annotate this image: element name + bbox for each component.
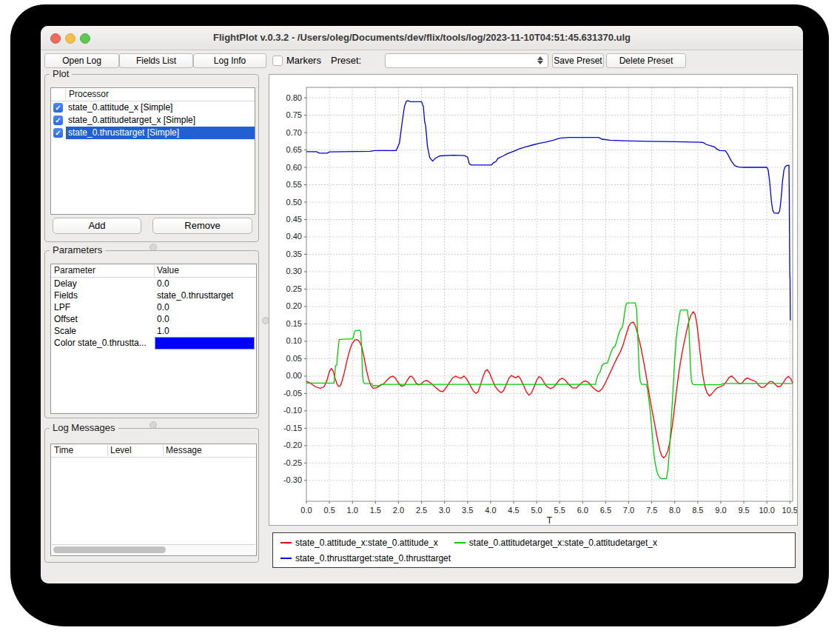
svg-text:0.40: 0.40 [286, 232, 302, 241]
svg-text:-0.25: -0.25 [283, 458, 302, 467]
svg-text:0.0: 0.0 [300, 506, 312, 515]
close-button[interactable] [50, 33, 61, 44]
field-label: state_0.attitudetarget_x [Simple] [66, 114, 255, 127]
svg-text:-0.20: -0.20 [283, 441, 302, 449]
flightplot-window: FlightPlot v.0.3.2 - /Users/oleg/Documen… [41, 26, 803, 583]
parameter-row[interactable]: Offset0.0 [51, 313, 256, 325]
svg-text:0.25: 0.25 [286, 284, 302, 293]
plot-panel-title: Plot [50, 68, 72, 79]
parameter-value: 0.0 [157, 301, 255, 313]
zoom-button[interactable] [80, 33, 90, 44]
parameter-name: Color state_0.thrustta... [54, 337, 147, 349]
scrollbar-thumb[interactable] [53, 546, 166, 553]
log-messages-table[interactable]: Time Level Message [50, 444, 257, 556]
parameter-row[interactable]: Delay0.0 [51, 278, 256, 290]
minimize-button[interactable] [65, 33, 75, 44]
level-column-header: Level [110, 444, 132, 457]
chart-legend: state_0.attitude_x:state_0.attitude_xsta… [272, 532, 796, 568]
window-title: FlightPlot v.0.3.2 - /Users/oleg/Documen… [100, 26, 744, 50]
parameter-column-header: Parameter [54, 264, 95, 277]
log-messages-panel: Log Messages Time Level Message [44, 428, 259, 563]
combobox-stepper-icon[interactable] [537, 56, 545, 66]
legend-label: state_0.attitudetarget_x:state_0.attitud… [469, 538, 657, 548]
field-checkbox[interactable]: ✓ [53, 103, 63, 113]
svg-text:-0.15: -0.15 [283, 424, 302, 432]
svg-text:10.0: 10.0 [759, 506, 774, 515]
svg-text:0.45: 0.45 [286, 215, 302, 224]
svg-text:-0.30: -0.30 [283, 475, 302, 484]
add-button[interactable]: Add [53, 218, 141, 234]
chevron-up-icon [537, 56, 543, 60]
svg-text:3.5: 3.5 [462, 506, 473, 515]
parameters-panel-title: Parameters [50, 244, 105, 255]
legend-line-icon [280, 542, 292, 543]
field-label: state_0.thrusttarget [Simple] [66, 127, 255, 139]
svg-text:-0.10: -0.10 [283, 406, 302, 415]
svg-text:0.70: 0.70 [286, 128, 302, 137]
chart-svg: 0.00.51.01.52.02.53.03.54.04.55.05.56.06… [269, 75, 797, 525]
field-list-item[interactable]: ✓state_0.attitudetarget_x [Simple] [51, 114, 255, 127]
svg-text:1.5: 1.5 [370, 506, 381, 515]
parameter-row[interactable]: Scale1.0 [51, 325, 256, 337]
svg-text:0.50: 0.50 [286, 198, 302, 207]
markers-label: Markers [286, 53, 321, 68]
parameters-table[interactable]: Parameter Value Delay0.0Fieldsstate_0.th… [50, 264, 257, 414]
log-messages-panel-title: Log Messages [50, 422, 118, 433]
processor-list[interactable]: Processor ✓state_0.attitude_x [Simple]✓s… [50, 87, 255, 215]
field-checkbox[interactable]: ✓ [53, 116, 63, 125]
parameter-value: 0.0 [157, 278, 255, 290]
svg-text:0.30: 0.30 [286, 267, 302, 275]
field-list-item[interactable]: ✓state_0.thrusttarget [Simple] [51, 127, 255, 139]
svg-text:0.55: 0.55 [286, 180, 302, 189]
legend-item: state_0.thrusttarget:state_0.thrusttarge… [280, 551, 451, 566]
preset-combobox[interactable] [385, 53, 548, 68]
legend-item: state_0.attitude_x:state_0.attitude_x [280, 535, 438, 550]
svg-text:-0.05: -0.05 [283, 389, 302, 398]
log-messages-table-header: Time Level Message [51, 444, 256, 458]
remove-button[interactable]: Remove [152, 218, 252, 234]
parameter-row[interactable]: Fieldsstate_0.thrusttarget [51, 290, 256, 301]
svg-text:1.0: 1.0 [347, 506, 358, 515]
svg-text:T: T [547, 515, 553, 525]
svg-text:0.65: 0.65 [286, 145, 302, 154]
svg-text:7.0: 7.0 [623, 506, 634, 515]
horizontal-scrollbar[interactable] [52, 544, 255, 555]
svg-text:5.0: 5.0 [531, 506, 542, 515]
svg-text:0.35: 0.35 [286, 250, 302, 258]
value-column-header: Value [157, 264, 179, 277]
svg-text:4.5: 4.5 [508, 506, 519, 515]
svg-text:0.5: 0.5 [323, 506, 335, 515]
chart-panel[interactable]: 0.00.51.01.52.02.53.03.54.04.55.05.56.06… [269, 74, 798, 526]
legend-label: state_0.attitude_x:state_0.attitude_x [295, 538, 438, 548]
title-bar: FlightPlot v.0.3.2 - /Users/oleg/Documen… [41, 26, 803, 50]
color-swatch[interactable] [155, 337, 255, 349]
legend-line-icon [454, 542, 466, 543]
svg-text:6.5: 6.5 [600, 506, 611, 515]
parameter-value: state_0.thrusttarget [157, 290, 255, 301]
parameter-value: 0.0 [157, 313, 255, 325]
field-checkbox[interactable]: ✓ [53, 128, 63, 138]
svg-text:0.80: 0.80 [286, 93, 302, 102]
legend-line-icon [280, 558, 292, 559]
svg-text:0.05: 0.05 [286, 354, 302, 363]
log-info-button[interactable]: Log Info [193, 53, 266, 68]
save-preset-button[interactable]: Save Preset [552, 53, 604, 68]
toolbar: Open Log Fields List Log Info Markers Pr… [41, 53, 803, 70]
preset-label: Preset: [331, 53, 361, 68]
parameters-panel: Parameters Parameter Value Delay0.0Field… [44, 250, 259, 418]
svg-text:8.5: 8.5 [692, 506, 703, 515]
open-log-button[interactable]: Open Log [44, 53, 119, 68]
svg-text:0.00: 0.00 [286, 371, 302, 380]
parameter-row[interactable]: LPF0.0 [51, 301, 256, 313]
markers-checkbox[interactable] [272, 56, 283, 66]
field-list-item[interactable]: ✓state_0.attitude_x [Simple] [51, 101, 255, 114]
svg-text:0.10: 0.10 [286, 336, 302, 345]
svg-text:7.5: 7.5 [646, 506, 657, 515]
delete-preset-button[interactable]: Delete Preset [606, 53, 686, 68]
svg-text:9.5: 9.5 [738, 506, 749, 515]
time-column-header: Time [54, 444, 73, 457]
svg-text:0.60: 0.60 [286, 163, 302, 172]
parameter-row[interactable]: Color state_0.thrustta... [51, 337, 256, 349]
legend-item: state_0.attitudetarget_x:state_0.attitud… [454, 535, 657, 550]
fields-list-button[interactable]: Fields List [119, 53, 193, 68]
